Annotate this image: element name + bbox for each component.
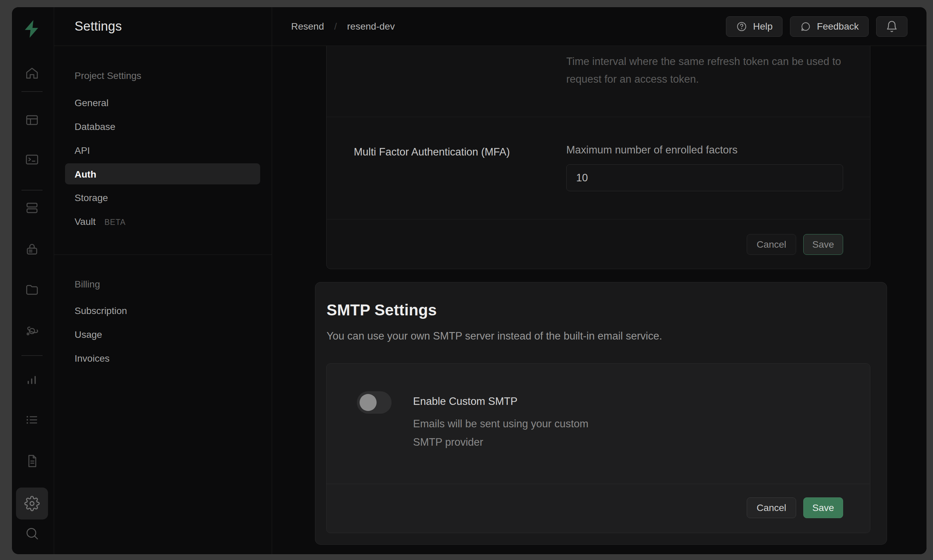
smtp-card-description: You can use your own SMTP server instead… (327, 330, 662, 342)
lock-icon (25, 242, 40, 257)
rail-divider (22, 190, 43, 191)
breadcrumb-org[interactable]: Resend (291, 21, 324, 32)
settings-sidebar-header: Settings (54, 7, 272, 46)
menu-divider (54, 254, 272, 255)
max-enrolled-factors-input[interactable] (566, 164, 843, 191)
sidebar-item-database[interactable]: Database (74, 120, 116, 133)
rail-divider (22, 91, 43, 92)
breadcrumb-separator: / (335, 21, 337, 32)
sidebar-item-storage[interactable]: Storage (74, 192, 108, 205)
vault-label: Vault (74, 216, 96, 227)
topbar: Resend / resend-dev Help Feedback (272, 7, 927, 46)
database-icon (25, 200, 40, 215)
sidebar-item-usage[interactable]: Usage (74, 328, 102, 341)
nav-database[interactable] (24, 200, 40, 216)
help-icon (736, 21, 748, 32)
nav-rail (12, 7, 54, 554)
help-button-label: Help (753, 21, 773, 32)
feedback-button[interactable]: Feedback (790, 16, 869, 37)
help-button[interactable]: Help (726, 16, 782, 37)
max-enrolled-factors-label: Maximum number of enrolled factors (566, 143, 737, 157)
nav-reports[interactable] (24, 371, 40, 388)
nav-logs[interactable] (24, 412, 40, 428)
enable-custom-smtp-label: Enable Custom SMTP (413, 395, 518, 408)
enable-custom-smtp-toggle[interactable] (357, 391, 392, 414)
scroll-content: Time interval where the same refresh tok… (272, 46, 927, 554)
nav-docs[interactable] (24, 453, 40, 469)
sql-editor-icon (25, 152, 40, 167)
enable-custom-smtp-description: Emails will be sent using your custom SM… (413, 415, 617, 451)
panel-footer-divider (327, 484, 870, 484)
page-title: Settings (74, 19, 122, 34)
supabase-bolt-icon (22, 19, 42, 39)
table-editor-icon (25, 112, 40, 128)
notifications-button[interactable] (876, 16, 907, 37)
toggle-knob (359, 394, 376, 411)
sidebar-item-subscription[interactable]: Subscription (74, 305, 127, 317)
list-icon (25, 412, 40, 427)
app-window: Settings Project Settings General Databa… (12, 7, 927, 555)
nav-auth[interactable] (24, 241, 40, 257)
menu-group-billing: Billing (74, 278, 100, 291)
menu-group-project-settings: Project Settings (74, 69, 141, 82)
smtp-settings-card: SMTP Settings You can use your own SMTP … (315, 282, 887, 545)
sidebar-item-invoices[interactable]: Invoices (74, 352, 109, 365)
card-divider (327, 219, 870, 220)
main-area: Resend / resend-dev Help Feedback (272, 7, 927, 554)
smtp-card-title: SMTP Settings (327, 302, 437, 318)
mfa-section-label: Multi Factor Authentication (MFA) (354, 145, 510, 159)
breadcrumb-project[interactable]: resend-dev (347, 21, 395, 32)
nav-storage[interactable] (24, 282, 40, 298)
nav-home[interactable] (24, 65, 40, 81)
card-divider (327, 117, 870, 117)
bell-icon (885, 20, 898, 33)
sidebar-item-vault[interactable]: VaultBETA (74, 215, 126, 229)
auth-save-button[interactable]: Save (803, 234, 843, 255)
sidebar-item-general[interactable]: General (74, 97, 109, 109)
smtp-save-button[interactable]: Save (803, 497, 843, 518)
settings-sidebar: Settings Project Settings General Databa… (54, 7, 272, 554)
sidebar-item-auth[interactable]: Auth (74, 168, 96, 181)
search-icon (25, 526, 40, 541)
feedback-icon (800, 21, 811, 32)
nav-edge-functions[interactable] (24, 323, 40, 339)
folder-icon (25, 282, 40, 297)
nav-table-editor[interactable] (24, 112, 40, 128)
sidebar-item-api[interactable]: API (74, 144, 90, 157)
smtp-cancel-button[interactable]: Cancel (747, 497, 796, 518)
nav-settings[interactable] (16, 488, 48, 520)
refresh-token-help-text: Time interval where the same refresh tok… (566, 53, 852, 88)
auth-cancel-button[interactable]: Cancel (747, 234, 796, 255)
edge-functions-icon (25, 323, 40, 338)
nav-search[interactable] (24, 525, 40, 542)
file-text-icon (25, 454, 40, 468)
smtp-panel: Enable Custom SMTP Emails will be sent u… (326, 363, 870, 533)
home-icon (25, 66, 40, 81)
nav-sql-editor[interactable] (24, 151, 40, 168)
auth-settings-card: Time interval where the same refresh tok… (326, 46, 870, 269)
topbar-actions: Help Feedback (726, 16, 907, 37)
gear-icon (24, 496, 40, 511)
beta-badge: BETA (105, 218, 126, 226)
supabase-logo[interactable] (22, 19, 42, 42)
bar-chart-icon (25, 372, 40, 387)
feedback-button-label: Feedback (817, 21, 859, 32)
rail-divider (22, 355, 43, 356)
